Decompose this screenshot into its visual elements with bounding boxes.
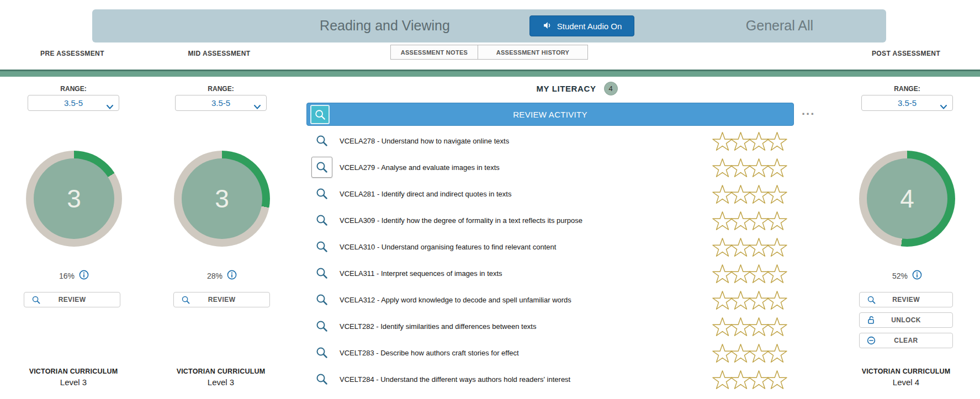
star-icon[interactable] xyxy=(712,370,733,389)
post-unlock-button[interactable]: UNLOCK xyxy=(859,312,953,328)
post-range-value: 3.5-5 xyxy=(898,98,917,108)
star-icon[interactable] xyxy=(749,158,769,177)
activity-row[interactable]: VCELA311 - Interpret sequences of images… xyxy=(306,260,847,286)
search-icon-box[interactable] xyxy=(311,289,332,310)
pre-percent-row: 16% xyxy=(26,270,122,281)
search-icon-box[interactable] xyxy=(311,130,332,151)
search-icon-box[interactable] xyxy=(311,236,332,257)
search-icon-box[interactable] xyxy=(311,342,332,363)
star-icon[interactable] xyxy=(749,370,769,389)
star-icon[interactable] xyxy=(749,317,769,336)
search-icon-box[interactable] xyxy=(311,183,332,204)
activity-row[interactable]: VCELT283 - Describe how authors craft st… xyxy=(306,339,847,366)
star-icon[interactable] xyxy=(712,237,733,257)
star-icon[interactable] xyxy=(767,131,787,151)
review-activity-banner[interactable]: REVIEW ACTIVITY xyxy=(306,103,794,126)
search-icon-box-active[interactable] xyxy=(310,105,330,124)
pre-range-label: RANGE: xyxy=(28,85,119,93)
mid-range-select[interactable]: 3.5-5 xyxy=(175,95,267,111)
post-range-select[interactable]: 3.5-5 xyxy=(861,95,953,111)
star-icon[interactable] xyxy=(730,370,751,389)
star-icon[interactable] xyxy=(730,237,751,257)
mid-review-button[interactable]: REVIEW xyxy=(173,292,270,307)
info-icon[interactable] xyxy=(912,270,922,281)
star-icon[interactable] xyxy=(767,317,787,336)
info-icon[interactable] xyxy=(79,270,89,281)
star-icon[interactable] xyxy=(730,264,751,283)
search-icon-box[interactable] xyxy=(311,263,332,284)
activity-label: VCELA309 - Identify how the degree of fo… xyxy=(340,216,582,225)
more-options-button[interactable]: ... xyxy=(802,104,815,118)
star-icon[interactable] xyxy=(730,343,751,363)
star-icon[interactable] xyxy=(712,264,733,283)
search-icon-box[interactable] xyxy=(311,316,332,337)
star-icon[interactable] xyxy=(749,290,769,310)
pre-curriculum-title: VICTORIAN CURRICULUM xyxy=(7,368,140,375)
post-review-button[interactable]: REVIEW xyxy=(859,292,953,307)
star-icon[interactable] xyxy=(767,343,787,363)
star-icon[interactable] xyxy=(767,290,787,310)
star-icon[interactable] xyxy=(749,264,769,283)
activity-row[interactable]: VCELT284 - Understand the different ways… xyxy=(306,366,847,392)
clear-icon xyxy=(867,336,876,347)
search-icon-box[interactable] xyxy=(311,369,332,390)
star-icon[interactable] xyxy=(749,343,769,363)
star-rating xyxy=(712,127,785,154)
star-icon[interactable] xyxy=(730,184,751,204)
mid-curriculum: VICTORIAN CURRICULUM Level 3 xyxy=(155,368,287,387)
post-review-label: REVIEW xyxy=(892,296,920,304)
activity-label: VCELA278 - Understand how to navigate on… xyxy=(340,137,509,145)
activity-row[interactable]: VCELA278 - Understand how to navigate on… xyxy=(306,127,847,154)
star-rating xyxy=(712,207,785,233)
star-icon[interactable] xyxy=(730,290,751,310)
pre-score-gauge: 3 xyxy=(26,151,122,247)
mid-gauge-inner: 3 xyxy=(182,158,262,239)
post-clear-button[interactable]: CLEAR xyxy=(859,333,953,348)
student-audio-label: Student Audio On xyxy=(557,22,622,31)
search-icon-box[interactable] xyxy=(311,210,332,231)
activity-row[interactable]: VCELA279 - Analyse and evaluate images i… xyxy=(306,154,847,180)
star-icon[interactable] xyxy=(767,264,787,283)
search-icon-box[interactable] xyxy=(311,157,332,178)
star-icon[interactable] xyxy=(712,158,733,177)
star-icon[interactable] xyxy=(730,131,751,151)
assessment-history-button[interactable]: ASSESSMENT HISTORY xyxy=(478,45,588,60)
star-icon[interactable] xyxy=(730,211,751,230)
star-icon[interactable] xyxy=(749,131,769,151)
star-icon[interactable] xyxy=(749,211,769,230)
star-icon[interactable] xyxy=(767,184,787,204)
mid-percent: 28% xyxy=(207,272,223,280)
activity-row[interactable]: VCELA312 - Apply word knowledge to decod… xyxy=(306,286,847,313)
post-curriculum-level: Level 4 xyxy=(840,377,972,387)
pre-range-select[interactable]: 3.5-5 xyxy=(28,95,119,111)
star-icon[interactable] xyxy=(749,237,769,257)
star-icon[interactable] xyxy=(712,290,733,310)
star-icon[interactable] xyxy=(749,184,769,204)
star-icon[interactable] xyxy=(712,184,733,204)
pre-review-button[interactable]: REVIEW xyxy=(24,292,120,307)
star-icon[interactable] xyxy=(712,131,733,151)
info-icon[interactable] xyxy=(227,270,237,281)
mid-curriculum-level: Level 3 xyxy=(155,377,287,387)
star-icon[interactable] xyxy=(730,317,751,336)
star-icon[interactable] xyxy=(767,237,787,257)
star-icon[interactable] xyxy=(712,211,733,230)
activity-row[interactable]: VCELA309 - Identify how the degree of fo… xyxy=(306,207,847,233)
star-icon[interactable] xyxy=(767,370,787,389)
activity-row[interactable]: VCELA310 - Understand organising feature… xyxy=(306,233,847,260)
activity-row[interactable]: VCELA281 - Identify direct and indirect … xyxy=(306,180,847,207)
star-icon[interactable] xyxy=(712,317,733,336)
star-icon[interactable] xyxy=(712,343,733,363)
pre-range-value: 3.5-5 xyxy=(64,98,83,108)
activity-row[interactable]: VCELT282 - Identify similarities and dif… xyxy=(306,313,847,339)
star-icon[interactable] xyxy=(730,158,751,177)
activity-label: VCELT283 - Describe how authors craft st… xyxy=(340,349,519,357)
star-icon[interactable] xyxy=(767,211,787,230)
search-icon xyxy=(315,346,329,359)
assessment-notes-button[interactable]: ASSESSMENT NOTES xyxy=(390,45,478,60)
star-icon[interactable] xyxy=(767,158,787,177)
post-clear-label: CLEAR xyxy=(894,337,918,344)
mid-score-gauge: 3 xyxy=(174,151,270,247)
student-audio-button[interactable]: Student Audio On xyxy=(529,15,634,36)
review-activity-label: REVIEW ACTIVITY xyxy=(513,110,587,119)
